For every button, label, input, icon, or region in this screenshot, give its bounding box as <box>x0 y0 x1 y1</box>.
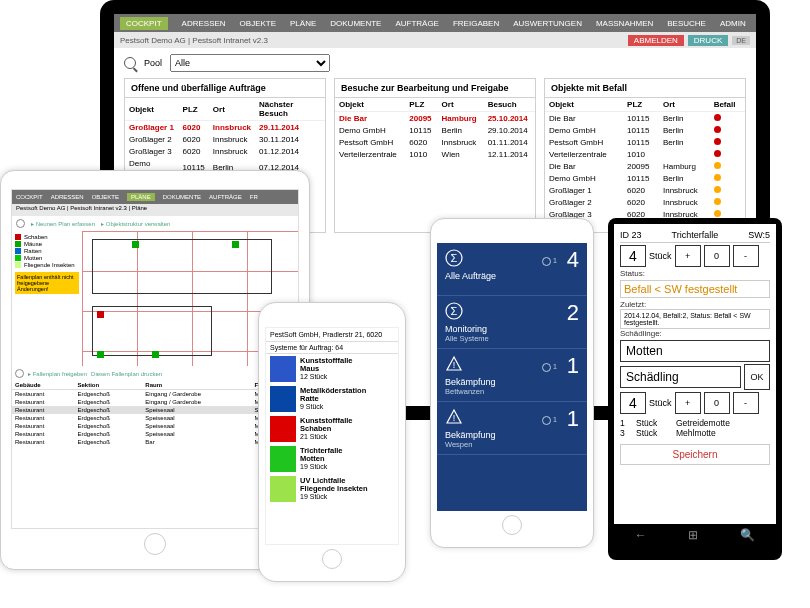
print-plan-link[interactable]: Diesen Fallenplan drucken <box>91 371 162 377</box>
nav-dokumente[interactable]: DOKUMENTE <box>330 19 381 28</box>
home-button[interactable] <box>502 515 522 535</box>
nav-freigaben[interactable]: FREIGABEN <box>453 19 499 28</box>
lang-select[interactable]: DE <box>732 36 750 45</box>
nav-massnahmen[interactable]: MASSNAHMEN <box>596 19 653 28</box>
svg-text:!: ! <box>453 360 456 370</box>
panel-title: Objekte mit Befall <box>545 79 745 98</box>
last-label: Zuletzt: <box>620 300 770 309</box>
nav-admin[interactable]: ADMIN <box>720 19 746 28</box>
nav-cockpit[interactable]: COCKPIT <box>16 194 43 200</box>
plus-button[interactable]: + <box>675 245 701 267</box>
pool-label: Pool <box>144 58 162 68</box>
trap-id: ID 23 <box>620 230 642 240</box>
gear-icon[interactable] <box>16 219 25 228</box>
trap-type: Trichterfalle <box>671 230 718 240</box>
qty2-value: 4 <box>620 392 646 414</box>
rooms-table: GebäudeSektionRaumFalleRestaurantErdgesc… <box>12 381 298 446</box>
svg-text:Σ: Σ <box>451 252 458 264</box>
tile[interactable]: !11BekämpfungBettwanzen <box>437 349 587 402</box>
plus-button[interactable]: + <box>675 392 701 414</box>
nav-auftraege[interactable]: AUFTRÄGE <box>209 194 242 200</box>
nav-objekte[interactable]: OBJEKTE <box>240 19 276 28</box>
nav-dokumente[interactable]: DOKUMENTE <box>163 194 201 200</box>
status-label: Status: <box>620 269 770 278</box>
infestation-table: ObjektPLZOrtBefallDie Bar10115BerlinDemo… <box>545 98 745 232</box>
pest-field-2[interactable]: Schädling <box>620 366 741 388</box>
qty-value: 4 <box>620 245 646 267</box>
svg-text:Σ: Σ <box>451 305 458 317</box>
pests-label: Schädlinge: <box>620 329 770 338</box>
nav-cockpit[interactable]: COCKPIT <box>120 17 168 30</box>
system-row[interactable]: TrichterfalleMotten19 Stück <box>266 444 398 474</box>
windows-icon[interactable]: ⊞ <box>688 528 698 542</box>
visits-table: ObjektPLZOrtBesuchDie Bar20095Hamburg25.… <box>335 98 535 160</box>
last-value: 2014.12.04, Befall:2, Status: Befall < S… <box>620 309 770 329</box>
windows-phone-form: ID 23 Trichterfalle SW:5 4 Stück + 0 - S… <box>608 218 782 560</box>
nav-auftraege[interactable]: AUFTRÄGE <box>395 19 439 28</box>
ok-button[interactable]: OK <box>744 364 770 390</box>
system-row[interactable]: KunststofffalleMaus12 Stück <box>266 354 398 384</box>
nav-objekte[interactable]: OBJEKTE <box>92 194 119 200</box>
tiles-screen: Σ41Alle AufträgeΣ2MonitoringAlle Systeme… <box>437 243 587 511</box>
system-row[interactable]: MetallköderstationRatte9 Stück <box>266 384 398 414</box>
main-nav: COCKPIT ADRESSEN OBJEKTE PLÄNE DOKUMENTE… <box>114 14 756 32</box>
tile[interactable]: Σ41Alle Aufträge <box>437 243 587 296</box>
panel-title: Besuche zur Bearbeitung und Freigabe <box>335 79 535 98</box>
ipad-nav: COCKPIT ADRESSEN OBJEKTE PLÄNE DOKUMENTE… <box>12 190 298 204</box>
back-icon[interactable]: ← <box>635 528 647 542</box>
nav-besuche[interactable]: BESUCHE <box>667 19 706 28</box>
panel-title: Offene und überfällige Aufträge <box>125 79 325 98</box>
windows-phone-tiles: Σ41Alle AufträgeΣ2MonitoringAlle Systeme… <box>430 218 594 548</box>
trap-sw: SW:5 <box>748 230 770 240</box>
systems-list: KunststofffalleMaus12 StückMetallköderst… <box>266 354 398 504</box>
search-icon[interactable]: 🔍 <box>740 528 755 542</box>
print-button[interactable]: DRUCK <box>688 35 728 46</box>
unit-label: Stück <box>649 251 672 261</box>
save-button[interactable]: Speichern <box>620 444 770 465</box>
nav-fr[interactable]: FR <box>250 194 258 200</box>
nav-plaene[interactable]: PLÄNE <box>290 19 316 28</box>
open-orders-table: ObjektPLZOrtNächster BesuchGroßlager 160… <box>125 98 325 178</box>
minus-button[interactable]: - <box>733 245 759 267</box>
zero-button[interactable]: 0 <box>704 392 730 414</box>
iphone-device: PestSoft GmbH, Pradlerstr 21, 6020 Syste… <box>258 302 406 582</box>
status-value: Befall < SW festgestellt <box>620 280 770 298</box>
system-row[interactable]: UV LichtfalleFliegende Insekten19 Stück <box>266 474 398 504</box>
pest-field-1[interactable]: Motten <box>620 340 770 362</box>
panel-visits: Besuche zur Bearbeitung und Freigabe Obj… <box>334 78 536 233</box>
pest-list: 1StückGetreidemotte3StückMehlmotte <box>620 418 770 438</box>
home-button[interactable] <box>322 549 342 569</box>
zero-button[interactable]: 0 <box>704 245 730 267</box>
breadcrumb: Pestsoft Demo AG | Pestsoft Intranet v2.… <box>120 36 268 45</box>
home-button[interactable] <box>144 533 166 555</box>
iphone-header: PestSoft GmbH, Pradlerstr 21, 6020 <box>266 328 398 342</box>
legend: SchabenMäuseRattenMottenFliegende Insekt… <box>12 231 82 366</box>
nav-auswertungen[interactable]: AUSWERTUNGEN <box>513 19 582 28</box>
iphone-subtitle: Systeme für Auftrag: 64 <box>266 342 398 354</box>
minus-button[interactable]: - <box>733 392 759 414</box>
unit-label: Stück <box>649 398 672 408</box>
search-icon <box>124 57 136 69</box>
nav-plaene[interactable]: PLÄNE <box>127 193 155 201</box>
release-plan-link[interactable]: ▸ Fallenplan freigeben <box>28 370 87 377</box>
system-row[interactable]: KunststofffalleSchaben21 Stück <box>266 414 398 444</box>
nav-adressen[interactable]: ADRESSEN <box>51 194 84 200</box>
tile[interactable]: !11BekämpfungWespen <box>437 402 587 455</box>
gear-icon[interactable] <box>15 369 24 378</box>
structure-link[interactable]: ▸ Objektstruktur verwalten <box>101 220 170 227</box>
svg-text:!: ! <box>453 413 456 423</box>
new-plan-link[interactable]: ▸ Neunen Plan erfassen <box>31 220 95 227</box>
logout-button[interactable]: ABMELDEN <box>628 35 684 46</box>
breadcrumb: Pestsoft Demo AG | Pestsoft Intranet v2.… <box>12 204 298 216</box>
nav-adressen[interactable]: ADRESSEN <box>182 19 226 28</box>
panel-infestation: Objekte mit Befall ObjektPLZOrtBefallDie… <box>544 78 746 233</box>
tile[interactable]: Σ2MonitoringAlle Systeme <box>437 296 587 349</box>
pool-select[interactable]: Alle <box>170 54 330 72</box>
